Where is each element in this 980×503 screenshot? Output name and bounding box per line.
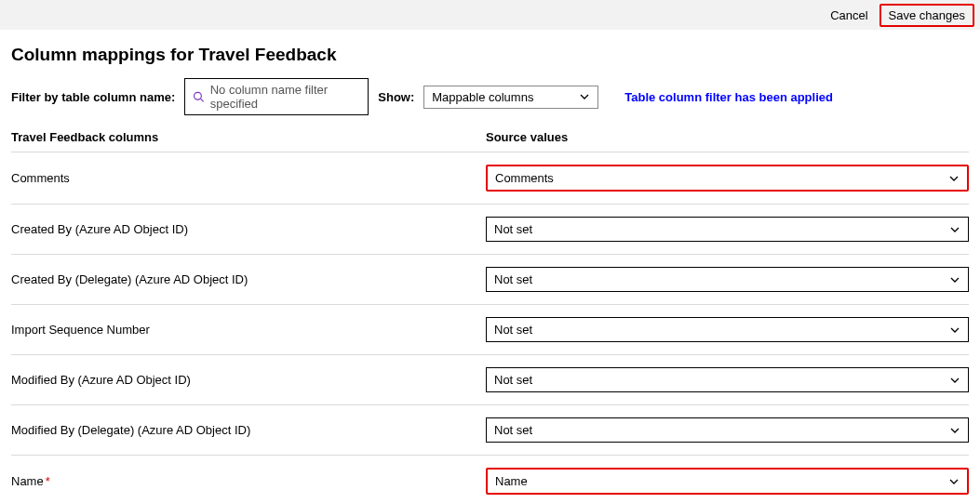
source-value-select[interactable]: Not set bbox=[486, 217, 969, 242]
page-title: Column mappings for Travel Feedback bbox=[11, 45, 969, 65]
svg-line-1 bbox=[201, 99, 204, 101]
mapping-rows: CommentsCommentsCreated By (Azure AD Obj… bbox=[0, 152, 980, 503]
column-name: Modified By (Azure AD Object ID) bbox=[11, 373, 486, 387]
chevron-down-icon bbox=[949, 375, 960, 386]
mapping-row: Name*Name bbox=[11, 455, 969, 503]
source-value-select[interactable]: Name bbox=[486, 468, 969, 495]
column-name: Modified By (Delegate) (Azure AD Object … bbox=[11, 423, 486, 437]
chevron-down-icon bbox=[949, 224, 960, 235]
mapping-row: Created By (Delegate) (Azure AD Object I… bbox=[11, 254, 969, 304]
show-label: Show: bbox=[378, 90, 414, 104]
column-name: Import Sequence Number bbox=[11, 323, 486, 337]
column-name: Comments bbox=[11, 171, 486, 185]
mapping-row: Import Sequence NumberNot set bbox=[11, 304, 969, 354]
column-name-filter-input[interactable]: No column name filter specified bbox=[184, 78, 369, 115]
source-value-text: Name bbox=[495, 474, 528, 488]
mapping-row: Modified By (Delegate) (Azure AD Object … bbox=[11, 404, 969, 455]
chevron-down-icon bbox=[949, 324, 960, 336]
source-value-select[interactable]: Not set bbox=[486, 367, 969, 392]
cancel-button[interactable]: Cancel bbox=[823, 6, 875, 25]
filter-label: Filter by table column name: bbox=[11, 90, 175, 104]
mapping-row: CommentsComments bbox=[11, 152, 969, 204]
required-indicator: * bbox=[46, 474, 50, 488]
filter-bar: Filter by table column name: No column n… bbox=[0, 78, 980, 125]
chevron-down-icon bbox=[948, 476, 960, 487]
header-target-columns: Travel Feedback columns bbox=[11, 130, 486, 144]
source-value-select[interactable]: Not set bbox=[486, 317, 969, 342]
header-source-values: Source values bbox=[486, 130, 969, 144]
source-value-text: Comments bbox=[495, 171, 554, 185]
chevron-down-icon bbox=[948, 173, 960, 184]
search-icon bbox=[193, 90, 204, 103]
table-headers: Travel Feedback columns Source values bbox=[11, 125, 969, 152]
filter-applied-message: Table column filter has been applied bbox=[624, 90, 833, 104]
show-select-value: Mappable columns bbox=[432, 90, 533, 104]
column-name: Name* bbox=[11, 474, 486, 488]
source-value-text: Not set bbox=[494, 222, 532, 236]
source-value-select[interactable]: Not set bbox=[486, 267, 969, 292]
column-name: Created By (Delegate) (Azure AD Object I… bbox=[11, 272, 486, 286]
column-name: Created By (Azure AD Object ID) bbox=[11, 222, 486, 236]
top-toolbar: Cancel Save changes bbox=[0, 0, 980, 30]
svg-point-0 bbox=[195, 92, 202, 99]
source-value-select[interactable]: Not set bbox=[486, 417, 969, 443]
chevron-down-icon bbox=[949, 274, 960, 285]
source-value-text: Not set bbox=[494, 373, 532, 387]
source-value-text: Not set bbox=[494, 323, 532, 337]
show-select[interactable]: Mappable columns bbox=[423, 86, 598, 109]
source-value-text: Not set bbox=[494, 272, 532, 286]
mapping-row: Modified By (Azure AD Object ID)Not set bbox=[11, 354, 969, 404]
filter-placeholder-text: No column name filter specified bbox=[210, 83, 361, 111]
chevron-down-icon bbox=[579, 91, 590, 102]
save-changes-button[interactable]: Save changes bbox=[879, 4, 974, 27]
source-value-select[interactable]: Comments bbox=[486, 165, 969, 192]
chevron-down-icon bbox=[949, 425, 960, 436]
source-value-text: Not set bbox=[494, 423, 532, 437]
mapping-row: Created By (Azure AD Object ID)Not set bbox=[11, 204, 969, 254]
